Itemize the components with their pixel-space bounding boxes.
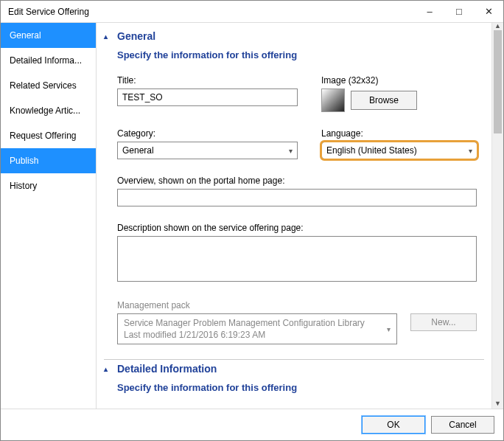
sidebar-item-label: Detailed Informa... — [10, 55, 82, 66]
window-title: Edit Service Offering — [8, 7, 415, 17]
cancel-label: Cancel — [449, 420, 476, 430]
sidebar-item-knowledge-articles[interactable]: Knowledge Artic... — [1, 98, 96, 123]
image-label: Image (32x32) — [321, 75, 484, 86]
client-area: General Detailed Informa... Related Serv… — [1, 23, 503, 409]
management-pack-modified: Last modified 1/21/2016 6:19:23 AM — [124, 329, 365, 341]
section-title: General — [117, 30, 155, 42]
sidebar-item-label: General — [10, 30, 41, 41]
overview-label: Overview, shown on the portal home page: — [117, 176, 484, 186]
new-label: New... — [431, 317, 455, 327]
section-header-general[interactable]: ▴ General — [104, 27, 484, 45]
language-select[interactable]: English (United States) ▾ — [321, 142, 477, 159]
sidebar-item-label: Request Offering — [10, 131, 77, 141]
chevron-down-icon: ▾ — [387, 325, 391, 333]
section-subtitle-general: Specify the information for this offerin… — [104, 45, 484, 62]
cancel-button[interactable]: Cancel — [431, 416, 494, 434]
sidebar-item-general[interactable]: General — [1, 23, 96, 48]
description-textarea[interactable] — [117, 236, 477, 282]
sidebar-item-label: History — [10, 181, 37, 191]
scroll-up-icon[interactable]: ▲ — [492, 21, 503, 31]
scroll-down-icon[interactable]: ▼ — [492, 398, 503, 409]
language-label: Language: — [321, 128, 484, 139]
browse-label: Browse — [369, 95, 399, 105]
window: Edit Service Offering – □ ✕ General Deta… — [0, 0, 504, 441]
sidebar-item-label: Related Services — [10, 80, 77, 91]
minimize-button[interactable]: – — [415, 1, 444, 22]
form-general: Title: Image (32x32) Browse — [104, 62, 484, 344]
sidebar-item-label: Publish — [10, 156, 38, 166]
sidebar-item-publish[interactable]: Publish — [1, 148, 96, 173]
sidebar-item-label: Knowledge Artic... — [10, 105, 80, 116]
category-value: General — [122, 145, 154, 156]
window-buttons: – □ ✕ — [415, 1, 503, 22]
scrollbar-thumb[interactable] — [494, 30, 502, 133]
category-select[interactable]: General ▾ — [117, 142, 298, 159]
sidebar-item-detailed-information[interactable]: Detailed Informa... — [1, 48, 96, 73]
section-header-detailed[interactable]: ▴ Detailed Information — [104, 360, 484, 378]
titlebar: Edit Service Offering – □ ✕ — [1, 1, 503, 23]
content-wrap: ▴ General Specify the information for th… — [97, 23, 503, 409]
category-label: Category: — [117, 128, 298, 139]
content: ▴ General Specify the information for th… — [97, 23, 491, 409]
management-pack-label: Management pack — [117, 300, 484, 310]
management-pack-name: Service Manager Problem Management Confi… — [124, 317, 365, 329]
image-preview — [321, 88, 345, 112]
chevron-down-icon: ▾ — [289, 147, 293, 155]
close-button[interactable]: ✕ — [474, 1, 503, 22]
browse-button[interactable]: Browse — [351, 91, 417, 110]
language-value: English (United States) — [326, 145, 417, 156]
collapse-icon: ▴ — [104, 365, 111, 373]
collapse-icon: ▴ — [104, 32, 111, 41]
chevron-down-icon: ▾ — [469, 147, 472, 155]
sidebar: General Detailed Informa... Related Serv… — [1, 23, 97, 409]
maximize-button[interactable]: □ — [444, 1, 474, 22]
ok-label: OK — [387, 420, 399, 430]
scrollbar[interactable]: ▲ ▼ — [491, 23, 503, 409]
description-label: Description shown on the service offerin… — [117, 223, 484, 233]
footer: OK Cancel — [1, 409, 503, 440]
sidebar-item-request-offering[interactable]: Request Offering — [1, 123, 96, 148]
section-subtitle-detailed: Specify the information for this offerin… — [104, 378, 484, 395]
overview-input[interactable] — [117, 189, 477, 206]
title-input[interactable] — [117, 88, 298, 106]
new-management-pack-button: New... — [410, 313, 477, 331]
sidebar-item-history[interactable]: History — [1, 173, 96, 198]
ok-button[interactable]: OK — [362, 416, 425, 434]
sidebar-item-related-services[interactable]: Related Services — [1, 73, 96, 98]
title-label: Title: — [117, 75, 298, 86]
management-pack-select[interactable]: Service Manager Problem Management Confi… — [117, 313, 397, 344]
section-title: Detailed Information — [117, 363, 217, 375]
